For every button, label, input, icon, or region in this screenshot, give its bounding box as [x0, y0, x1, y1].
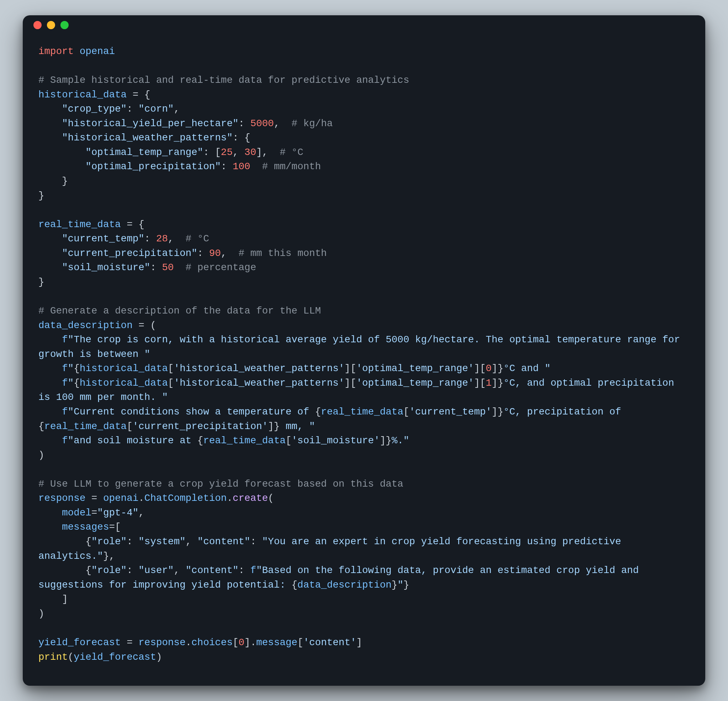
code-token: "current_precipitation"	[62, 248, 197, 259]
code-token: .	[227, 493, 233, 504]
code-token: f	[62, 406, 68, 417]
code-token: ][	[474, 377, 485, 389]
code-token: 'optimal_temp_range'	[356, 363, 474, 374]
code-token: 1	[486, 377, 492, 389]
code-token: }	[38, 276, 45, 288]
code-window: import openai # Sample historical and re…	[23, 15, 705, 686]
code-token: {	[315, 406, 321, 417]
code-token: {	[292, 580, 298, 590]
code-token: "The crop is corn, with a historical ave…	[38, 334, 686, 360]
code-token: :	[197, 248, 209, 259]
code-token: 30	[244, 147, 256, 158]
code-token: "optimal_temp_range"	[85, 147, 203, 158]
code-token: "content"	[186, 565, 238, 576]
code-token: openai	[103, 493, 138, 504]
code-token: :	[221, 161, 233, 172]
code-token: [	[168, 363, 174, 374]
code-token: "role"	[91, 565, 127, 576]
code-token: ][	[344, 363, 356, 374]
code-token: # °C	[280, 147, 303, 158]
code-token: historical_data	[79, 377, 168, 389]
code-token: }	[392, 580, 398, 590]
code-token: [	[127, 421, 133, 432]
code-token: :	[250, 536, 262, 547]
code-token: =	[91, 507, 97, 518]
code-token: ,	[233, 147, 244, 158]
code-token: 50	[162, 262, 174, 273]
code-token	[38, 435, 62, 446]
code-token: real_time_data	[321, 406, 403, 417]
code-token: # Sample historical and real-time data f…	[38, 75, 409, 86]
code-token: # percentage	[186, 262, 256, 273]
close-icon[interactable]	[33, 21, 42, 29]
code-token: "system"	[139, 536, 186, 547]
code-token: [	[286, 435, 292, 446]
code-token: ,	[174, 565, 186, 576]
code-token: yield_forecast	[74, 652, 156, 663]
code-token: [	[298, 637, 303, 648]
code-token: # °C	[186, 233, 209, 244]
code-token: f	[62, 377, 68, 389]
code-token: ][	[474, 363, 485, 374]
code-token: ,	[168, 233, 186, 244]
code-token: yield_forecast	[38, 637, 121, 648]
code-token: "historical_weather_patterns"	[62, 132, 233, 143]
code-token	[38, 363, 62, 374]
code-token: ][	[344, 377, 356, 389]
code-token: 'current_temp'	[409, 406, 492, 417]
code-token: :	[238, 118, 250, 129]
code-token: ]}	[492, 363, 503, 374]
code-token: "corn"	[139, 103, 174, 114]
code-token: real_time_data	[38, 219, 121, 230]
code-token: {	[38, 421, 45, 432]
code-token: "role"	[91, 536, 127, 547]
code-token: ]	[356, 637, 362, 648]
code-token: "historical_yield_per_hectare"	[62, 118, 238, 129]
code-token: :	[144, 233, 156, 244]
code-token: {	[74, 363, 79, 374]
code-token: "	[68, 377, 74, 389]
code-token	[38, 132, 62, 143]
code-token: "crop_type"	[62, 103, 127, 114]
code-token: 25	[221, 147, 233, 158]
code-token: ,	[274, 118, 292, 129]
code-token: 'content'	[303, 637, 356, 648]
code-token: # kg/ha	[292, 118, 333, 129]
code-token: ]}	[492, 406, 503, 417]
code-token: 'soil_moisture'	[292, 435, 380, 446]
code-token: : [	[203, 147, 221, 158]
code-token: choices	[192, 637, 233, 648]
code-token: create	[233, 493, 268, 504]
code-token: [	[233, 637, 238, 648]
code-token: "	[68, 363, 74, 374]
code-token: "Current conditions show a temperature o…	[68, 406, 315, 417]
code-token: data_description	[38, 320, 133, 331]
code-token: print	[38, 652, 68, 663]
code-token: 'current_precipitation'	[133, 421, 268, 432]
code-token: 0	[238, 637, 244, 648]
code-token	[38, 248, 62, 259]
code-token: "and soil moisture at	[68, 435, 197, 446]
code-token: "gpt-4"	[97, 507, 139, 518]
code-token: 90	[209, 248, 221, 259]
code-token	[38, 262, 62, 273]
code-token: 100	[233, 161, 250, 172]
code-token: ]}	[380, 435, 391, 446]
code-token: ].	[244, 637, 256, 648]
code-token: f	[250, 565, 256, 576]
code-token: 28	[156, 233, 168, 244]
code-token: %."	[392, 435, 409, 446]
code-token: mm, "	[280, 421, 315, 432]
code-token: ]}	[268, 421, 280, 432]
code-token: 'historical_weather_patterns'	[174, 363, 344, 374]
code-token: data_description	[298, 580, 392, 590]
code-token: (	[68, 652, 74, 663]
code-token: ],	[256, 147, 280, 158]
minimize-icon[interactable]	[47, 21, 55, 29]
code-token: [	[168, 377, 174, 389]
code-token: # Use LLM to generate a crop yield forec…	[38, 478, 403, 490]
zoom-icon[interactable]	[61, 21, 69, 29]
code-token: response	[38, 493, 85, 504]
code-token: :	[238, 565, 250, 576]
code-token: ,	[186, 536, 197, 547]
